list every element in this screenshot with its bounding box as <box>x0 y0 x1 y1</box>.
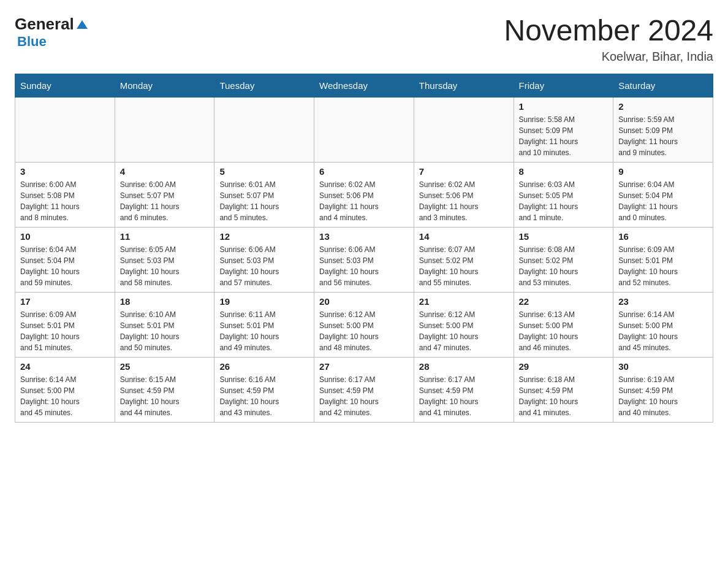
calendar-day-cell: 24Sunrise: 6:14 AM Sunset: 5:00 PM Dayli… <box>15 357 115 422</box>
day-info: Sunrise: 6:09 AM Sunset: 5:01 PM Dayligh… <box>20 309 110 353</box>
day-info: Sunrise: 6:00 AM Sunset: 5:07 PM Dayligh… <box>120 179 210 223</box>
weekday-header: Wednesday <box>314 74 414 97</box>
day-number: 13 <box>319 231 409 242</box>
weekday-row: SundayMondayTuesdayWednesdayThursdayFrid… <box>15 74 713 97</box>
day-info: Sunrise: 6:07 AM Sunset: 5:02 PM Dayligh… <box>419 244 509 288</box>
day-number: 11 <box>120 231 210 242</box>
calendar-day-cell: 29Sunrise: 6:18 AM Sunset: 4:59 PM Dayli… <box>514 357 613 422</box>
day-info: Sunrise: 6:16 AM Sunset: 4:59 PM Dayligh… <box>219 374 309 418</box>
day-number: 5 <box>219 166 309 177</box>
day-info: Sunrise: 6:18 AM Sunset: 4:59 PM Dayligh… <box>519 374 609 418</box>
day-number: 12 <box>219 231 309 242</box>
day-number: 10 <box>20 231 110 242</box>
day-info: Sunrise: 6:06 AM Sunset: 5:03 PM Dayligh… <box>219 244 309 288</box>
day-number: 20 <box>319 296 409 307</box>
calendar-table: SundayMondayTuesdayWednesdayThursdayFrid… <box>15 74 713 423</box>
calendar-day-cell: 12Sunrise: 6:06 AM Sunset: 5:03 PM Dayli… <box>214 227 314 292</box>
day-number: 24 <box>20 361 110 372</box>
calendar-day-cell: 23Sunrise: 6:14 AM Sunset: 5:00 PM Dayli… <box>613 292 713 357</box>
day-number: 2 <box>618 101 708 112</box>
calendar-day-cell: 6Sunrise: 6:02 AM Sunset: 5:06 PM Daylig… <box>314 162 414 227</box>
calendar-day-cell: 19Sunrise: 6:11 AM Sunset: 5:01 PM Dayli… <box>214 292 314 357</box>
calendar-day-cell: 21Sunrise: 6:12 AM Sunset: 5:00 PM Dayli… <box>414 292 514 357</box>
calendar-day-cell: 5Sunrise: 6:01 AM Sunset: 5:07 PM Daylig… <box>214 162 314 227</box>
day-number: 17 <box>20 296 110 307</box>
calendar-day-cell: 18Sunrise: 6:10 AM Sunset: 5:01 PM Dayli… <box>115 292 214 357</box>
calendar-day-cell: 9Sunrise: 6:04 AM Sunset: 5:04 PM Daylig… <box>613 162 713 227</box>
calendar-day-cell <box>15 97 115 162</box>
day-info: Sunrise: 6:14 AM Sunset: 5:00 PM Dayligh… <box>618 309 708 353</box>
day-number: 8 <box>519 166 609 177</box>
day-info: Sunrise: 6:02 AM Sunset: 5:06 PM Dayligh… <box>319 179 409 223</box>
day-info: Sunrise: 6:06 AM Sunset: 5:03 PM Dayligh… <box>319 244 409 288</box>
day-number: 6 <box>319 166 409 177</box>
calendar-day-cell: 1Sunrise: 5:58 AM Sunset: 5:09 PM Daylig… <box>514 97 613 162</box>
calendar-day-cell: 2Sunrise: 5:59 AM Sunset: 5:09 PM Daylig… <box>613 97 713 162</box>
day-info: Sunrise: 6:01 AM Sunset: 5:07 PM Dayligh… <box>219 179 309 223</box>
calendar-day-cell: 30Sunrise: 6:19 AM Sunset: 4:59 PM Dayli… <box>613 357 713 422</box>
svg-marker-0 <box>77 20 88 29</box>
calendar-day-cell: 14Sunrise: 6:07 AM Sunset: 5:02 PM Dayli… <box>414 227 514 292</box>
calendar-day-cell: 28Sunrise: 6:17 AM Sunset: 4:59 PM Dayli… <box>414 357 514 422</box>
logo-blue-text: Blue <box>17 34 47 50</box>
day-info: Sunrise: 6:08 AM Sunset: 5:02 PM Dayligh… <box>519 244 609 288</box>
day-number: 27 <box>319 361 409 372</box>
calendar-day-cell: 4Sunrise: 6:00 AM Sunset: 5:07 PM Daylig… <box>115 162 214 227</box>
day-info: Sunrise: 6:09 AM Sunset: 5:01 PM Dayligh… <box>618 244 708 288</box>
calendar-day-cell: 22Sunrise: 6:13 AM Sunset: 5:00 PM Dayli… <box>514 292 613 357</box>
day-info: Sunrise: 6:17 AM Sunset: 4:59 PM Dayligh… <box>419 374 509 418</box>
calendar-week-row: 10Sunrise: 6:04 AM Sunset: 5:04 PM Dayli… <box>15 227 713 292</box>
day-info: Sunrise: 6:00 AM Sunset: 5:08 PM Dayligh… <box>20 179 110 223</box>
calendar-day-cell <box>214 97 314 162</box>
calendar-day-cell: 15Sunrise: 6:08 AM Sunset: 5:02 PM Dayli… <box>514 227 613 292</box>
day-info: Sunrise: 6:12 AM Sunset: 5:00 PM Dayligh… <box>419 309 509 353</box>
day-info: Sunrise: 6:04 AM Sunset: 5:04 PM Dayligh… <box>618 179 708 223</box>
calendar-day-cell: 13Sunrise: 6:06 AM Sunset: 5:03 PM Dayli… <box>314 227 414 292</box>
calendar-week-row: 3Sunrise: 6:00 AM Sunset: 5:08 PM Daylig… <box>15 162 713 227</box>
day-number: 7 <box>419 166 509 177</box>
day-number: 3 <box>20 166 110 177</box>
weekday-header: Saturday <box>613 74 713 97</box>
calendar-week-row: 1Sunrise: 5:58 AM Sunset: 5:09 PM Daylig… <box>15 97 713 162</box>
page-header: General Blue November 2024 Koelwar, Biha… <box>15 15 713 64</box>
day-info: Sunrise: 6:15 AM Sunset: 4:59 PM Dayligh… <box>120 374 210 418</box>
weekday-header: Tuesday <box>214 74 314 97</box>
day-info: Sunrise: 6:13 AM Sunset: 5:00 PM Dayligh… <box>519 309 609 353</box>
calendar-week-row: 24Sunrise: 6:14 AM Sunset: 5:00 PM Dayli… <box>15 357 713 422</box>
day-info: Sunrise: 6:03 AM Sunset: 5:05 PM Dayligh… <box>519 179 609 223</box>
day-info: Sunrise: 5:58 AM Sunset: 5:09 PM Dayligh… <box>519 114 609 158</box>
day-info: Sunrise: 6:12 AM Sunset: 5:00 PM Dayligh… <box>319 309 409 353</box>
weekday-header: Monday <box>115 74 214 97</box>
calendar-body: 1Sunrise: 5:58 AM Sunset: 5:09 PM Daylig… <box>15 97 713 422</box>
day-number: 25 <box>120 361 210 372</box>
day-number: 9 <box>618 166 708 177</box>
title-area: November 2024 Koelwar, Bihar, India <box>504 15 713 64</box>
weekday-header: Sunday <box>15 74 115 97</box>
calendar-week-row: 17Sunrise: 6:09 AM Sunset: 5:01 PM Dayli… <box>15 292 713 357</box>
day-number: 28 <box>419 361 509 372</box>
day-info: Sunrise: 6:10 AM Sunset: 5:01 PM Dayligh… <box>120 309 210 353</box>
calendar-day-cell: 11Sunrise: 6:05 AM Sunset: 5:03 PM Dayli… <box>115 227 214 292</box>
day-info: Sunrise: 6:04 AM Sunset: 5:04 PM Dayligh… <box>20 244 110 288</box>
day-number: 21 <box>419 296 509 307</box>
day-info: Sunrise: 6:17 AM Sunset: 4:59 PM Dayligh… <box>319 374 409 418</box>
calendar-day-cell: 17Sunrise: 6:09 AM Sunset: 5:01 PM Dayli… <box>15 292 115 357</box>
calendar-day-cell: 26Sunrise: 6:16 AM Sunset: 4:59 PM Dayli… <box>214 357 314 422</box>
logo-triangle-icon <box>75 18 89 31</box>
day-info: Sunrise: 5:59 AM Sunset: 5:09 PM Dayligh… <box>618 114 708 158</box>
day-number: 29 <box>519 361 609 372</box>
weekday-header: Friday <box>514 74 613 97</box>
day-number: 26 <box>219 361 309 372</box>
day-number: 1 <box>519 101 609 112</box>
logo: General Blue <box>15 15 89 50</box>
day-info: Sunrise: 6:11 AM Sunset: 5:01 PM Dayligh… <box>219 309 309 353</box>
day-number: 18 <box>120 296 210 307</box>
calendar-day-cell: 3Sunrise: 6:00 AM Sunset: 5:08 PM Daylig… <box>15 162 115 227</box>
day-info: Sunrise: 6:05 AM Sunset: 5:03 PM Dayligh… <box>120 244 210 288</box>
calendar-day-cell: 8Sunrise: 6:03 AM Sunset: 5:05 PM Daylig… <box>514 162 613 227</box>
day-number: 22 <box>519 296 609 307</box>
calendar-day-cell <box>414 97 514 162</box>
calendar-day-cell: 27Sunrise: 6:17 AM Sunset: 4:59 PM Dayli… <box>314 357 414 422</box>
location-title: Koelwar, Bihar, India <box>504 50 713 64</box>
day-info: Sunrise: 6:19 AM Sunset: 4:59 PM Dayligh… <box>618 374 708 418</box>
